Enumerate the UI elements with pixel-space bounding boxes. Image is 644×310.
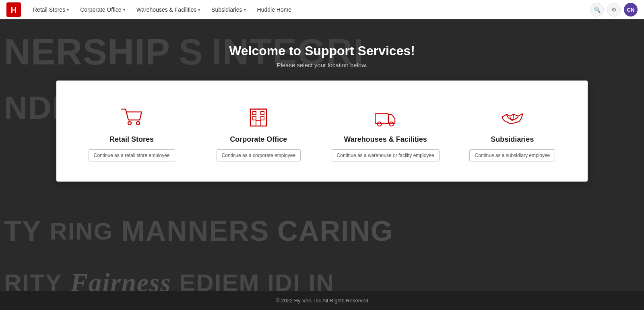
chevron-down-icon: ▾	[198, 8, 200, 12]
svg-rect-8	[261, 117, 264, 120]
settings-button[interactable]: ⚙	[607, 3, 621, 17]
corporate-office-button[interactable]: Continue as a corporate employee	[217, 149, 301, 161]
nav-label-subsidiaries: Subsidiaries	[211, 6, 242, 13]
svg-point-2	[128, 122, 131, 125]
user-avatar[interactable]: CN	[624, 3, 638, 17]
nav-item-corporate-office[interactable]: Corporate Office ▾	[76, 4, 129, 15]
footer-text: © 2022 Hy-Vee, Inc All Rights Reserved	[276, 298, 368, 304]
warehouses-title: Warehouses & Facilities	[344, 135, 427, 144]
footer: © 2022 Hy-Vee, Inc All Rights Reserved	[0, 291, 644, 310]
subsidiaries-title: Subsidiaries	[491, 135, 534, 144]
nav-label-corporate-office: Corporate Office	[80, 6, 121, 13]
corporate-office-card: Corporate Office Continue as a corporate…	[195, 97, 322, 165]
svg-point-12	[377, 122, 381, 126]
nav-label-huddle-home: Huddle Home	[257, 6, 292, 13]
nav-item-retail-stores[interactable]: Retail Stores ▾	[29, 4, 73, 15]
subsidiaries-button[interactable]: Continue as a subsidiary employee	[469, 149, 555, 161]
warehouses-button[interactable]: Continue as a warehouse or facility empl…	[332, 149, 440, 161]
svg-rect-6	[261, 112, 264, 115]
chevron-down-icon: ▾	[123, 8, 125, 12]
corporate-office-icon	[244, 105, 272, 129]
retail-stores-icon	[118, 105, 146, 129]
subsidiaries-icon	[498, 105, 526, 129]
svg-point-13	[389, 122, 393, 126]
svg-rect-7	[253, 117, 256, 120]
svg-rect-11	[375, 114, 388, 123]
gear-icon: ⚙	[611, 6, 617, 13]
nav-links: Retail Stores ▾ Corporate Office ▾ Wareh…	[29, 4, 590, 15]
nav-actions: 🔍 ⚙ CN	[590, 3, 638, 17]
retail-stores-card: Retail Stores Continue as a retail store…	[68, 97, 195, 165]
warehouses-icon	[372, 105, 400, 129]
nav-item-huddle-home[interactable]: Huddle Home	[253, 4, 296, 15]
chevron-down-icon: ▾	[67, 8, 69, 12]
nav-label-warehouses: Warehouses & Facilities	[136, 6, 197, 13]
warehouses-card: Warehouses & Facilities Continue as a wa…	[322, 97, 449, 165]
nav-label-retail-stores: Retail Stores	[33, 6, 65, 13]
nav-item-warehouses[interactable]: Warehouses & Facilities ▾	[132, 4, 204, 15]
svg-text:H: H	[11, 6, 17, 14]
search-icon: 🔍	[594, 6, 601, 13]
navbar: H Retail Stores ▾ Corporate Office ▾ War…	[0, 0, 644, 19]
svg-rect-5	[253, 112, 256, 115]
svg-rect-9	[256, 121, 261, 126]
svg-point-3	[136, 122, 140, 125]
location-cards-panel: Retail Stores Continue as a retail store…	[56, 81, 588, 182]
hero-title: Welcome to Support Services!	[229, 43, 415, 58]
subsidiaries-card: Subsidiaries Continue as a subsidiary em…	[449, 97, 576, 165]
chevron-down-icon: ▾	[244, 8, 246, 12]
retail-stores-title: Retail Stores	[109, 135, 154, 144]
avatar-initials: CN	[627, 7, 635, 13]
hero-section: NERSHIP S Integri NDLINESS Care rande TY…	[0, 19, 644, 310]
corporate-office-title: Corporate Office	[230, 135, 287, 144]
hero-subtitle: Please select your location below.	[277, 62, 367, 68]
nav-item-subsidiaries[interactable]: Subsidiaries ▾	[207, 4, 250, 15]
search-button[interactable]: 🔍	[590, 3, 604, 17]
retail-stores-button[interactable]: Continue as a retail store employee	[89, 149, 175, 161]
logo[interactable]: H	[6, 2, 21, 17]
